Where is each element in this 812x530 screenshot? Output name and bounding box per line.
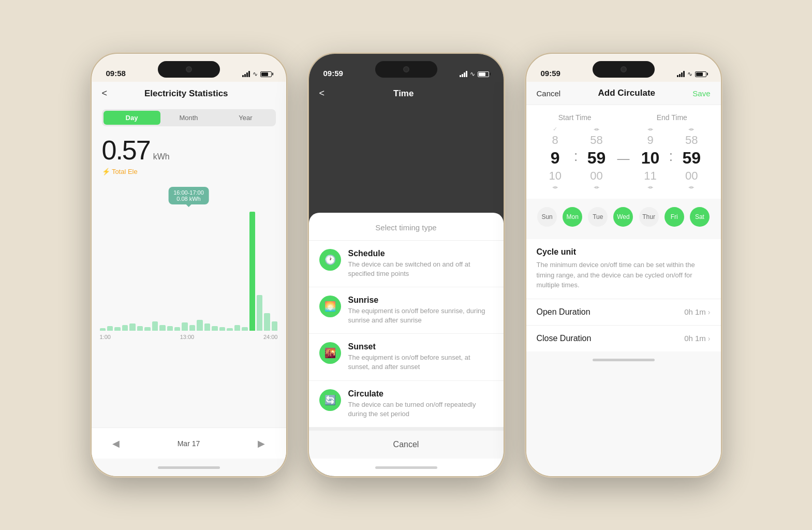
bottom-nav: ◀ Mar 17 ▶ (92, 428, 286, 459)
bar-item (122, 325, 128, 331)
day-button-fri[interactable]: Fri (665, 207, 684, 227)
cycle-unit-desc: The minimum device on/off time can be se… (537, 260, 711, 290)
end-next-h: 11 (644, 169, 656, 183)
sheet-title: Select timing type (309, 223, 504, 241)
circulate-title: Circulate (348, 389, 493, 399)
option-schedule[interactable]: 🕐 Schedule The device can be switched on… (309, 241, 504, 287)
nav-date: Mar 17 (178, 439, 200, 448)
screen-1: < Electricity Statistics Day Month Year … (92, 82, 286, 476)
battery-icon-3 (695, 71, 706, 77)
day-button-tue[interactable]: Tue (588, 207, 608, 227)
chart-area: 16:00-17:00 0.08 kWh 1:00 13:00 24:00 (92, 182, 286, 428)
bar-item (129, 323, 135, 331)
bar-item (159, 325, 165, 331)
cancel-button-2[interactable]: Cancel (309, 428, 504, 459)
tooltip-label: 16:00-17:00 (173, 189, 204, 196)
status-indicators-1: ∿ (242, 70, 272, 78)
end-hours-col: ◂▸ 9 10 11 ◂▸ (635, 126, 666, 190)
end-curr-m: 59 (682, 148, 701, 168)
bar-item (144, 327, 150, 331)
schedule-icon: 🕐 (319, 249, 341, 271)
cancel-button-3[interactable]: Cancel (537, 89, 561, 98)
electricity-unit: kWh (153, 152, 170, 161)
signal-icon (242, 71, 250, 77)
tab-switcher: Day Month Year (102, 109, 276, 126)
option-sunrise[interactable]: 🌅 Sunrise The equipment is on/off before… (309, 287, 504, 334)
back-button-1[interactable]: < (102, 88, 108, 99)
sunrise-title: Sunrise (348, 296, 493, 305)
save-button[interactable]: Save (692, 89, 710, 98)
bar-item (167, 326, 173, 331)
signal-icon-3 (677, 71, 685, 77)
chart-tooltip: 16:00-17:00 0.08 kWh (168, 187, 209, 204)
days-selector: SunMonTueWedThurFriSat (526, 199, 721, 235)
chart-label-end: 24:00 (263, 334, 278, 340)
open-duration-row[interactable]: Open Duration 0h 1m › (526, 299, 721, 325)
start-next-m: 00 (590, 169, 602, 183)
screen-3: Cancel Add Circulate Save Start Time End… (526, 82, 721, 476)
bar-item (219, 327, 225, 331)
start-time-label: Start Time (535, 113, 615, 122)
circulate-desc: The device can be turned on/off repeated… (348, 400, 493, 419)
bottom-sheet: Select timing type 🕐 Schedule The device… (309, 213, 504, 459)
start-hours-col: ✓ 8 9 10 ◂▸ (540, 126, 571, 190)
wifi-icon: ∿ (253, 70, 258, 78)
option-circulate[interactable]: 🔄 Circulate The device can be turned on/… (309, 381, 504, 428)
dash-spacer (615, 113, 631, 122)
status-indicators-2: ∿ (460, 70, 489, 78)
tab-month[interactable]: Month (160, 111, 217, 125)
dark-area: < Time (309, 82, 504, 213)
sunset-desc: The equipment is on/off before sunset, a… (348, 353, 493, 372)
camera (186, 66, 192, 72)
end-mins-col: ◂▸ 58 59 00 ◂▸ (676, 126, 707, 190)
next-date-button[interactable]: ▶ (258, 438, 265, 449)
circulate-icon: 🔄 (319, 389, 341, 411)
battery-icon-2 (478, 71, 489, 77)
electricity-value: 0.57 (102, 135, 150, 166)
phone-notch-3 (593, 61, 655, 78)
open-duration-chevron: › (708, 308, 711, 316)
bar-item (204, 323, 210, 331)
page-title-1: Electricity Statistics (107, 89, 265, 99)
day-button-wed[interactable]: Wed (613, 207, 633, 227)
start-hours-indicator: ✓ (553, 126, 557, 132)
sunrise-icon: 🌅 (319, 296, 341, 317)
start-prev-h: 8 (552, 134, 558, 147)
start-next-h: 10 (549, 169, 561, 183)
day-button-sat[interactable]: Sat (690, 207, 710, 227)
back-button-2[interactable]: < (319, 88, 325, 99)
close-duration-row[interactable]: Close Duration 0h 1m › (526, 325, 721, 351)
close-duration-text: 0h 1m (684, 334, 706, 343)
bar-item (227, 328, 232, 331)
close-duration-value: 0h 1m › (684, 334, 710, 343)
start-prev-m: 58 (590, 134, 602, 147)
day-button-sun[interactable]: Sun (537, 207, 557, 227)
nav-header-2: < Time (309, 82, 504, 105)
bar-item (242, 327, 247, 331)
bar-item (212, 326, 217, 331)
close-duration-label: Close Duration (537, 334, 592, 343)
status-time-1: 09:58 (106, 69, 126, 78)
nav-header-3: Cancel Add Circulate Save (526, 82, 721, 105)
status-indicators-3: ∿ (677, 70, 706, 78)
start-curr-m: 59 (587, 148, 606, 168)
circulate-content: Circulate The device can be turned on/of… (348, 389, 493, 419)
prev-date-button[interactable]: ◀ (112, 438, 120, 449)
sunset-icon: 🌇 (319, 342, 341, 364)
day-button-mon[interactable]: Mon (563, 207, 582, 227)
wifi-icon-2: ∿ (470, 70, 475, 78)
end-prev-h: 9 (647, 134, 653, 147)
start-curr-h: 9 (551, 148, 560, 168)
time-picker: Start Time End Time ✓ 8 9 10 ◂▸ : ◂▸ (526, 105, 721, 199)
bar-item (197, 320, 202, 331)
bar-item (152, 321, 158, 331)
tab-day[interactable]: Day (104, 111, 160, 125)
chart-label-start: 1:00 (100, 334, 111, 340)
tab-year[interactable]: Year (217, 111, 274, 125)
sunrise-desc: The equipment is on/off before sunrise, … (348, 306, 493, 325)
option-sunset[interactable]: 🌇 Sunset The equipment is on/off before … (309, 334, 504, 380)
status-time-2: 09:59 (323, 69, 343, 78)
bar-item (189, 325, 195, 331)
day-button-thur[interactable]: Thur (639, 207, 659, 227)
home-indicator-3 (526, 351, 721, 369)
